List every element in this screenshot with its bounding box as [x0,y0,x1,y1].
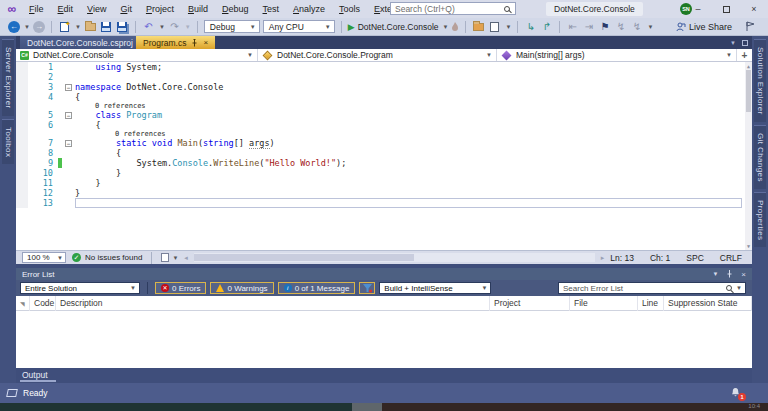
navigate-back-dropdown-icon[interactable]: ▼ [24,24,30,30]
code-line-10[interactable]: 10 } [16,168,752,178]
tool-window-tab-solution-explorer[interactable]: Solution Explorer [754,39,766,122]
scrollbar-thumb[interactable] [746,70,751,112]
warnings-filter-button[interactable]: 0 Warnings [210,282,273,294]
undo-icon[interactable]: ↶ [142,20,155,33]
navigate-forward-icon[interactable]: → [33,21,45,33]
code-line-13[interactable]: 13 [16,198,752,208]
annotations-dropdown[interactable]: ▼ [161,253,178,262]
menu-tools[interactable]: Tools [332,0,367,18]
redo-icon[interactable]: ↷ [168,20,181,33]
tool-window-tab-properties[interactable]: Properties [754,192,766,247]
error-list-search-input[interactable]: Search Error List ▼ [558,282,746,294]
menu-analyze[interactable]: Analyze [286,0,332,18]
column-header-line[interactable]: Line [638,296,664,311]
quick-search-input[interactable]: Search (Ctrl+Q) [390,2,516,15]
navigate-back-icon[interactable]: ← [8,21,20,33]
code-line-2[interactable]: 2 [16,72,752,82]
close-button[interactable]: × [740,0,768,18]
scroll-up-icon[interactable]: ▲ [745,62,752,70]
column-header-file[interactable]: File [570,296,638,311]
new-project-icon[interactable]: ✦ [58,20,71,33]
column-header-description[interactable]: Description [56,296,490,311]
code-editor[interactable]: 1 using System;23namespace DotNet.Core.C… [16,62,752,250]
pin-icon[interactable] [726,270,733,278]
feedback-icon[interactable] [745,21,756,32]
tool-window-tab-server-explorer[interactable]: Server Explorer [2,39,14,116]
undo-dropdown-icon[interactable]: ▼ [159,24,165,30]
window-dropdown-icon[interactable]: ▼ [505,24,511,30]
errors-filter-button[interactable]: ✕ 0 Errors [155,282,206,294]
scope-filter-dropdown[interactable]: Entire Solution▼ [20,282,140,294]
bookmark-icon[interactable]: ⚑ [598,20,611,33]
split-window-button[interactable]: + [737,49,752,61]
code-line-5[interactable]: 5 class Program [16,110,752,120]
step-into-icon[interactable]: ↳ [524,20,537,33]
minimize-button[interactable]: – [684,0,712,18]
menu-edit[interactable]: Edit [51,0,81,18]
code-line-4[interactable]: 4{ [16,92,752,102]
menu-debug[interactable]: Debug [215,0,256,18]
vertical-scrollbar[interactable]: ▲ ▼ [745,62,752,250]
collapse-region-icon[interactable] [65,140,72,147]
maximize-button[interactable] [712,0,740,18]
open-file-icon[interactable] [84,20,97,33]
codelens-references[interactable]: 0 references [16,102,752,110]
column-header-suppression-state[interactable]: Suppression State [664,296,752,311]
platform-dropdown[interactable]: Any CPU▼ [263,20,335,33]
save-all-icon[interactable] [116,20,129,33]
float-window-icon[interactable] [742,40,748,46]
hscroll-left-icon[interactable]: ◂ [184,254,188,262]
error-list-title-bar[interactable]: Error List ▼ × [16,268,752,280]
collapse-region-icon[interactable] [65,84,72,91]
pin-icon[interactable] [191,39,198,47]
error-list-body[interactable] [16,311,752,368]
command-window-icon[interactable] [488,20,501,33]
toolbar-overflow-icon[interactable]: ▼ [647,24,653,30]
close-panel-icon[interactable]: × [741,270,746,279]
output-tab[interactable]: Output [22,370,48,380]
code-line-12[interactable]: 12} [16,188,752,198]
tab-program-cs[interactable]: Program.cs × [136,36,215,49]
find-in-files-icon[interactable] [472,20,485,33]
code-line-1[interactable]: 1 using System; [16,62,752,72]
menu-project[interactable]: Project [139,0,181,18]
horizontal-scrollbar[interactable] [194,253,595,262]
menu-git[interactable]: Git [113,0,139,18]
notifications-button[interactable]: 1 [730,387,742,399]
filter-button[interactable] [359,282,375,294]
menu-file[interactable]: File [22,0,51,18]
close-tab-icon[interactable]: × [203,38,208,47]
code-line-11[interactable]: 11 } [16,178,752,188]
scroll-down-icon[interactable]: ▼ [745,242,752,250]
code-line-8[interactable]: 8 { [16,148,752,158]
project-dropdown[interactable]: C# DotNet.Core.Console ▼ [16,49,258,61]
search-options-dropdown-icon[interactable]: ▼ [736,285,742,291]
configuration-dropdown[interactable]: Debug▼ [204,20,260,33]
member-dropdown[interactable]: Main(string[] args) ▼ [497,49,737,61]
tool-window-tab-git-changes[interactable]: Git Changes [754,125,766,189]
document-health-indicator[interactable]: ✓ No issues found [72,253,142,262]
new-project-dropdown-icon[interactable]: ▼ [75,24,81,30]
window-position-dropdown-icon[interactable]: ▼ [712,271,718,277]
column-header-code[interactable]: Code [30,296,56,311]
menu-test[interactable]: Test [256,0,287,18]
step-over-icon[interactable]: ↱ [540,20,553,33]
run-target-dropdown-icon[interactable]: ▼ [443,24,449,30]
save-icon[interactable] [100,20,113,33]
code-line-7[interactable]: 7 static void Main(string[] args) [16,138,752,148]
messages-filter-button[interactable]: i 0 of 1 Message [278,282,356,294]
tool-window-tab-toolbox[interactable]: Toolbox [2,119,14,164]
collapse-region-icon[interactable] [65,112,72,119]
menu-build[interactable]: Build [181,0,215,18]
run-target-label[interactable]: DotNet.Core.Console [358,22,439,32]
live-share-button[interactable]: Live Share [676,22,732,32]
tab-dotnet-core-console-csproj[interactable]: DotNet.Core.Console.csproj [20,36,140,49]
column-header-project[interactable]: Project [490,296,570,311]
tab-list-dropdown-icon[interactable]: ▼ [730,40,736,46]
code-line-9[interactable]: 9 System.Console.WriteLine("Hello World!… [16,158,752,168]
code-line-3[interactable]: 3namespace DotNet.Core.Console [16,82,752,92]
start-debugging-icon[interactable]: ▶ [348,22,355,32]
code-line-6[interactable]: 6 { [16,120,752,130]
background-tasks-icon[interactable] [6,389,18,397]
hscroll-right-icon[interactable]: ▸ [601,254,605,262]
